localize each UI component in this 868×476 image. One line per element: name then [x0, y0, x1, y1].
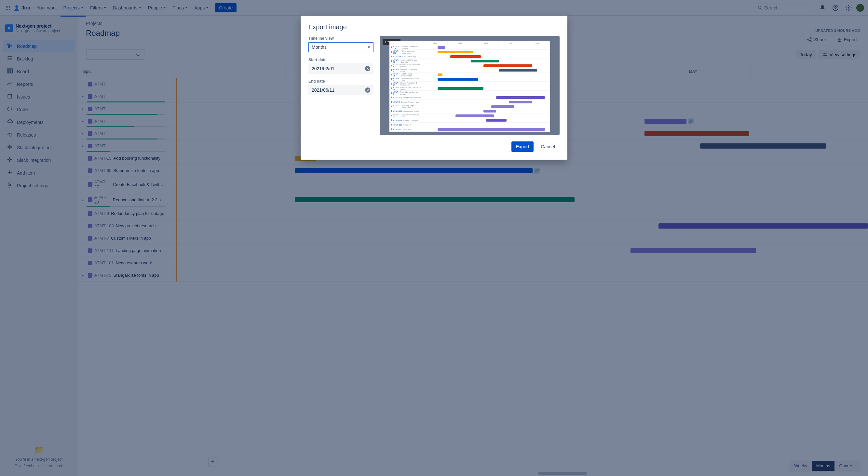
preview-row: ATMT-28 Reduce load time to 2.2 secon — [390, 86, 550, 91]
modal-export-button[interactable]: Export — [512, 141, 533, 152]
preview-row: ATMT-113 Feature X — [390, 123, 550, 127]
preview-row: ATMT-73 Standardize fonts in app — [390, 113, 550, 118]
chevron-down-icon — [368, 46, 370, 48]
clear-end-date[interactable]: ✕ — [365, 88, 370, 93]
preview-row: ATMT-4 Refresh homepage footer — [390, 68, 550, 72]
mini-month: JUN — [524, 41, 550, 45]
end-date-input[interactable]: 2021/06/11 ✕ — [308, 85, 373, 95]
preview-row: ATMT-5 Improve NPS for mobile app use — [390, 63, 550, 68]
mini-month: MAR — [448, 41, 473, 45]
timeline-view-select[interactable]: Months — [308, 42, 373, 53]
preview-row: ATMT-18 Improve UX/UI Lite Score for — [390, 59, 550, 63]
mini-month: MAY — [499, 41, 524, 45]
preview-row: ATMT-108 New project research — [390, 95, 550, 100]
preview-row: ATMT-112 Project J research — [390, 118, 550, 123]
modal-cancel-button[interactable]: Cancel — [536, 141, 560, 152]
start-date-input[interactable]: 2021/02/01 ✕ — [308, 63, 373, 74]
preview-row: ATMT-65 Standardize fonts in app — [390, 77, 550, 81]
preview-row: ATMT-120 Project X research project — [390, 45, 550, 50]
preview-row: ATMT-111 Landing page animation — [390, 104, 550, 109]
modal-title: Export image — [308, 24, 347, 31]
preview-row: ATMT-7 Custom Filters in app — [390, 100, 550, 104]
start-date-label: Start date — [308, 58, 373, 62]
export-modal: Export image Timeline view Months Start … — [301, 15, 567, 160]
clear-start-date[interactable]: ✕ — [365, 66, 370, 71]
preview-row: ATMT-14 Build Mobile App — [390, 54, 550, 59]
preview-row: ATMT-27 Create Facebook & Twitter con — [390, 81, 550, 86]
preview-row: ATMT-15 Add booking functionality — [390, 72, 550, 77]
export-preview: Preview FEBMARAPRMAYJUN ATMT-120 Project… — [380, 36, 560, 135]
preview-row: ATMT-101 New research work — [390, 109, 550, 113]
end-date-label: End date — [308, 79, 373, 83]
modal-overlay[interactable]: Export image Timeline view Months Start … — [0, 0, 868, 476]
mini-month: FEB — [422, 41, 448, 45]
preview-row: ATMT-102 Build checkout experience — [390, 50, 550, 54]
preview-row: ATMT-115 NEW EPIC — [390, 127, 550, 132]
timeline-view-label: Timeline view — [308, 36, 373, 41]
mini-month: APR — [473, 41, 499, 45]
preview-row: ATMT-9 Redundancy plan for outage — [390, 91, 550, 95]
